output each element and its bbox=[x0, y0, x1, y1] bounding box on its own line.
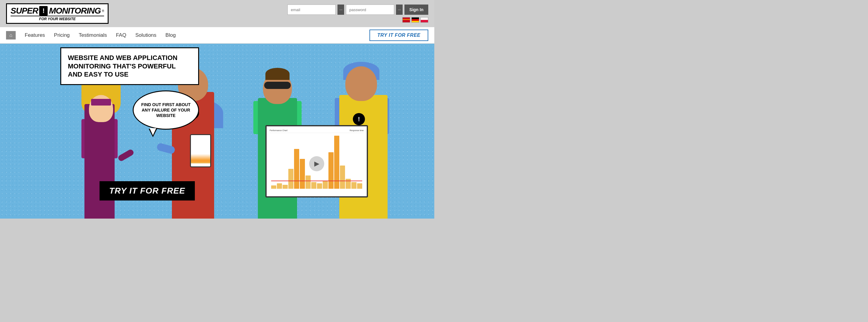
nav-solutions[interactable]: Solutions bbox=[135, 32, 157, 38]
chart-bar bbox=[346, 179, 351, 189]
chart-bar bbox=[283, 185, 288, 189]
nav-features[interactable]: Features bbox=[25, 32, 45, 38]
chart-bar bbox=[317, 183, 322, 189]
monitor-stats: Response time bbox=[349, 129, 364, 131]
flags-row bbox=[402, 17, 428, 23]
logo-sub: FOR YOUR WEBSITE bbox=[10, 16, 104, 21]
nav-items: ⌂ Features Pricing Testimonials FAQ Solu… bbox=[6, 31, 369, 39]
chart-bar bbox=[311, 182, 316, 189]
monitor-screen: Performance Chart Response time ▶ bbox=[267, 126, 367, 196]
password-field[interactable] bbox=[346, 4, 394, 15]
chart-bar bbox=[340, 165, 345, 189]
logo-exclaim: ! bbox=[39, 6, 48, 16]
logo-box: SUPER ! MONITORING ® FOR YOUR WEBSITE bbox=[6, 3, 108, 24]
email-dots-icon[interactable]: ··· bbox=[338, 4, 344, 15]
nav-faq[interactable]: FAQ bbox=[116, 32, 126, 38]
chart-bar bbox=[300, 159, 305, 189]
green-hair bbox=[266, 68, 289, 80]
monitor-header: Performance Chart Response time bbox=[270, 129, 364, 133]
email-field[interactable] bbox=[287, 4, 336, 15]
nav-pricing[interactable]: Pricing bbox=[54, 32, 70, 38]
hero-section: WEBSITE AND WEB APPLICATION MONITORING T… bbox=[0, 44, 434, 219]
flag-spanish[interactable] bbox=[402, 17, 410, 23]
nav-bar: ⌂ Features Pricing Testimonials FAQ Solu… bbox=[0, 27, 434, 44]
play-button[interactable]: ▶ bbox=[309, 156, 324, 171]
chart-line bbox=[271, 181, 362, 181]
yellow-chest-icon: ! bbox=[353, 113, 365, 125]
speech-bubble: FIND OUT FIRST ABOUT ANY FAILURE OF YOUR… bbox=[133, 91, 199, 130]
monitor-chart: ▶ bbox=[270, 134, 364, 193]
logo-registered: ® bbox=[102, 9, 104, 13]
headline-box: WEBSITE AND WEB APPLICATION MONITORING T… bbox=[60, 47, 199, 85]
chart-bar bbox=[306, 175, 311, 189]
speech-text: FIND OUT FIRST ABOUT ANY FAILURE OF YOUR… bbox=[140, 102, 192, 119]
phone-screen bbox=[191, 135, 210, 166]
monitor-title: Performance Chart bbox=[270, 129, 287, 131]
monitor-display: Performance Chart Response time ▶ bbox=[266, 125, 368, 197]
auth-area: ··· ··· Sign In bbox=[287, 4, 428, 23]
chart-bar bbox=[294, 149, 299, 189]
logo-monitoring-text: MONITORING bbox=[49, 6, 100, 16]
yellow-head bbox=[345, 66, 377, 101]
headline-text: WEBSITE AND WEB APPLICATION MONITORING T… bbox=[68, 54, 191, 79]
flag-polish[interactable] bbox=[421, 17, 428, 23]
female-arm bbox=[117, 149, 135, 162]
nav-try-free-button[interactable]: TRY IT FOR FREE bbox=[369, 30, 428, 41]
flag-german[interactable] bbox=[411, 17, 419, 23]
red-phone bbox=[190, 134, 211, 167]
female-mask bbox=[91, 99, 111, 105]
auth-row: ··· ··· Sign In bbox=[287, 4, 428, 15]
nav-blog[interactable]: Blog bbox=[165, 32, 176, 38]
chart-bar bbox=[329, 152, 334, 189]
chart-bar bbox=[271, 186, 276, 189]
top-bar: SUPER ! MONITORING ® FOR YOUR WEBSITE ··… bbox=[0, 0, 434, 27]
chart-bar bbox=[351, 182, 356, 189]
home-icon[interactable]: ⌂ bbox=[6, 31, 16, 39]
chart-bar bbox=[357, 183, 362, 189]
sign-in-button[interactable]: Sign In bbox=[404, 4, 428, 15]
logo-area: SUPER ! MONITORING ® FOR YOUR WEBSITE bbox=[6, 3, 108, 24]
chart-bar bbox=[288, 169, 293, 189]
logo-super-text: SUPER bbox=[10, 6, 38, 16]
nav-testimonials[interactable]: Testimonials bbox=[79, 32, 107, 38]
green-glasses bbox=[264, 82, 291, 89]
password-dots-icon[interactable]: ··· bbox=[396, 4, 403, 15]
logo-top: SUPER ! MONITORING ® bbox=[10, 6, 104, 16]
hero-cta-button[interactable]: TRY IT FOR FREE bbox=[99, 181, 195, 200]
chart-bar bbox=[277, 183, 282, 189]
chart-bar bbox=[323, 181, 328, 189]
